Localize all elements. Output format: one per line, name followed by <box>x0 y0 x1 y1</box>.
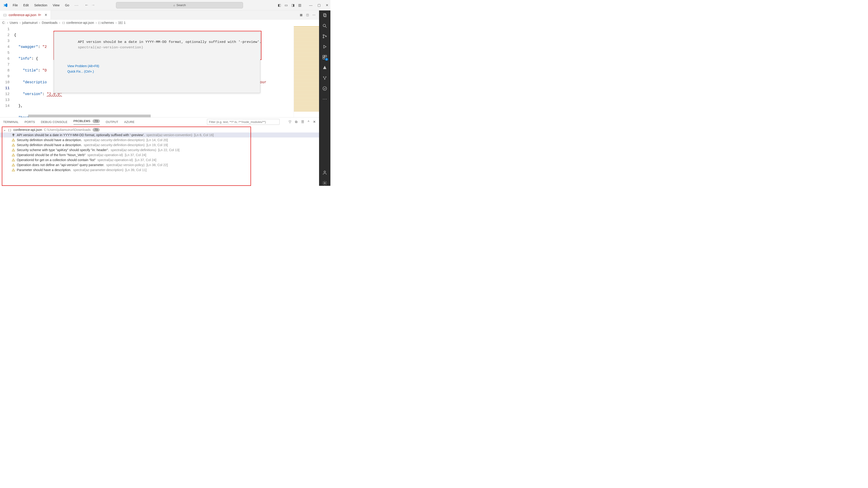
line-number-gutter: 1 2 3 4 5 6 7 8 9 10 11 12 13 14 <box>0 26 14 117</box>
window-minimize-icon[interactable]: — <box>309 3 312 7</box>
hint-icon <box>12 133 15 137</box>
menu-file[interactable]: File <box>10 2 20 8</box>
horizontal-scrollbar[interactable] <box>28 115 151 117</box>
azure-icon[interactable] <box>322 65 328 70</box>
remote-icon[interactable] <box>322 75 328 81</box>
extensions-icon[interactable]: 1 <box>322 55 328 60</box>
problem-row[interactable]: API version should be a date in YYYY-MM-… <box>0 132 319 137</box>
quick-fix-link[interactable]: Quick Fix... (Ctrl+.) <box>67 70 94 73</box>
problems-filter-input[interactable] <box>207 119 280 125</box>
testing-icon[interactable] <box>322 86 328 91</box>
bc-seg[interactable]: conference-api.json <box>66 21 94 25</box>
svg-point-28 <box>324 79 325 79</box>
tab-close-icon[interactable]: ✕ <box>44 13 48 17</box>
svg-rect-24 <box>325 55 327 57</box>
menu-selection[interactable]: Selection <box>32 2 50 8</box>
problem-message: Security definition should have a descri… <box>17 138 82 142</box>
bc-seg[interactable]: Downloads <box>42 21 57 25</box>
layout-customize-icon[interactable]: ▥ <box>298 3 301 7</box>
problem-row[interactable]: OperationId for get on a collection shou… <box>0 158 319 162</box>
editor-tab-conference-api[interactable]: { } conference-api.json 9+ ✕ <box>0 10 51 19</box>
split-editor-icon[interactable]: ◫ <box>306 13 309 17</box>
filter-icon[interactable]: ▽ <box>289 120 291 124</box>
svg-point-4 <box>13 145 13 146</box>
collapse-all-icon[interactable]: ⧉ <box>295 120 298 124</box>
search-icon: ⌕ <box>174 3 175 7</box>
nav-forward-icon[interactable]: → <box>91 3 95 7</box>
nav-arrows: ← → <box>85 3 95 7</box>
svg-point-19 <box>323 34 324 36</box>
breadcrumb[interactable]: C:› Users› juliamuiruri› Downloads› { } … <box>0 20 319 26</box>
svg-rect-16 <box>324 14 326 17</box>
svg-point-12 <box>13 166 13 166</box>
menu-go[interactable]: Go <box>63 2 71 8</box>
search-icon[interactable] <box>322 23 328 29</box>
view-problem-link[interactable]: View Problem (Alt+F8) <box>67 64 99 68</box>
menu-view[interactable]: View <box>51 2 62 8</box>
source-control-icon[interactable] <box>322 34 328 39</box>
panel-tab-output[interactable]: OUTPUT <box>106 120 118 124</box>
problem-location: [Ln 38, Col 22] <box>146 163 168 167</box>
menu-edit[interactable]: Edit <box>21 2 31 8</box>
bc-seg[interactable]: 1 <box>124 21 125 25</box>
problem-source: spectral(az-security-definition-descript… <box>84 143 145 147</box>
svg-point-33 <box>324 183 326 184</box>
problem-message: Security definition should have a descri… <box>17 143 82 147</box>
bc-seg[interactable]: schemes <box>101 21 114 25</box>
editor-more-icon[interactable]: ⋯ <box>312 13 315 17</box>
problems-file-row[interactable]: ⌄ { } conference-api.json C:\Users\julia… <box>0 127 319 132</box>
menu-overflow[interactable]: ··· <box>72 2 81 8</box>
accounts-icon[interactable] <box>322 170 328 175</box>
json-file-icon: { } <box>62 21 65 24</box>
panel-close-icon[interactable]: ✕ <box>313 120 316 124</box>
hover-tooltip: API version should be a date in YYYY-MM-… <box>54 32 260 93</box>
svg-line-29 <box>323 77 325 79</box>
panel-tab-debug[interactable]: DEBUG CONSOLE <box>41 120 67 124</box>
window-close-icon[interactable]: ✕ <box>326 3 329 7</box>
command-center-search[interactable]: ⌕ Search <box>116 2 243 8</box>
problem-row[interactable]: OperationId should be of the form "Noun_… <box>0 153 319 158</box>
warning-icon <box>12 143 15 147</box>
extensions-update-badge: 1 <box>325 58 328 61</box>
panel-tab-azure[interactable]: AZURE <box>124 120 134 124</box>
window-controls: — ▢ ✕ <box>309 3 329 7</box>
nav-back-icon[interactable]: ← <box>85 3 89 7</box>
svg-point-8 <box>13 156 13 156</box>
window-maximize-icon[interactable]: ▢ <box>317 3 321 7</box>
panel-tab-terminal[interactable]: TERMINAL <box>3 120 19 124</box>
problem-location: [Ln 6, Col 16] <box>194 133 214 137</box>
titlebar-right: ◧ ▭ ◨ ▥ — ▢ ✕ <box>278 3 329 7</box>
minimap[interactable] <box>293 26 319 117</box>
problems-file-count: 73 <box>93 128 100 132</box>
json-file-icon: { } <box>8 128 11 132</box>
bc-seg[interactable]: C: <box>2 21 5 25</box>
tab-dirty-badge: 9+ <box>38 13 41 17</box>
view-as-tree-icon[interactable]: ☰ <box>301 120 304 124</box>
menu-bar: File Edit Selection View Go ··· <box>10 2 81 8</box>
settings-gear-icon[interactable] <box>322 181 328 186</box>
files-icon[interactable] <box>322 13 328 18</box>
problem-row[interactable]: Security scheme with type "apiKey" shoul… <box>0 148 319 153</box>
svg-line-30 <box>325 77 326 79</box>
problem-row[interactable]: Parameter should have a description. spe… <box>0 167 319 172</box>
run-file-icon[interactable]: ▦ <box>300 13 303 17</box>
layout-sidebar-right-icon[interactable]: ◨ <box>291 3 294 7</box>
run-debug-icon[interactable] <box>322 44 328 50</box>
bc-seg[interactable]: Users <box>10 21 18 25</box>
more-icon[interactable]: ⋯ <box>322 96 328 102</box>
panel-maximize-icon[interactable]: ^ <box>308 120 309 124</box>
layout-panel-icon[interactable]: ▭ <box>285 3 288 7</box>
bc-seg[interactable]: juliamuiruri <box>22 21 38 25</box>
panel-tab-problems[interactable]: PROBLEMS 73 <box>73 119 100 125</box>
problem-row[interactable]: Security definition should have a descri… <box>0 137 319 142</box>
panel-tab-ports[interactable]: PORTS <box>25 120 35 124</box>
svg-point-26 <box>323 76 324 77</box>
problems-count-badge: 73 <box>93 119 100 123</box>
layout-sidebar-left-icon[interactable]: ◧ <box>278 3 281 7</box>
problem-row[interactable]: Operation does not define an "api-versio… <box>0 162 319 167</box>
chevron-down-icon[interactable]: ⌄ <box>3 128 6 132</box>
code-editor[interactable]: { "swagger": "2 "info": { "title": "D "d… <box>14 26 293 117</box>
svg-line-18 <box>326 27 327 28</box>
problem-row[interactable]: Security definition should have a descri… <box>0 142 319 148</box>
svg-point-17 <box>323 24 326 27</box>
